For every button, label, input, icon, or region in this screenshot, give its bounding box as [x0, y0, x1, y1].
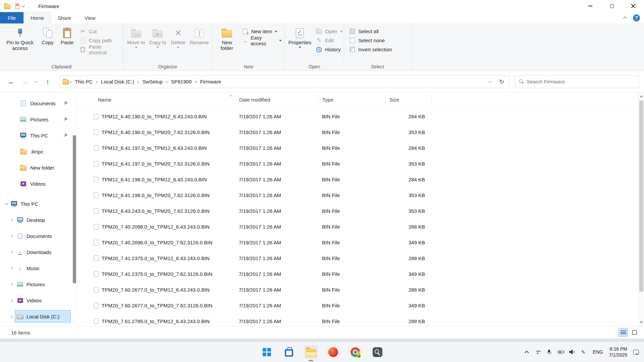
tab-share[interactable]: Share [51, 12, 78, 23]
copy[interactable]: Copy [38, 25, 57, 63]
browser-button[interactable] [326, 345, 340, 359]
clock[interactable]: 6:16 PM 7/1/2025 [608, 346, 629, 358]
firmware[interactable]: Firmware [197, 76, 224, 88]
pin-to-quick-access[interactable]: Pin to Quick access [2, 25, 38, 63]
refresh-button[interactable] [496, 76, 507, 87]
copy-to[interactable]: Copy to [147, 25, 168, 63]
easy-access[interactable]: Easy access [240, 36, 284, 45]
column-name[interactable]: Name [77, 95, 235, 105]
notifications-button[interactable] [631, 347, 641, 357]
file-row[interactable]: TPM12_6.40.190.0_to_TPM20_7.62.3126.0.BI… [77, 124, 638, 140]
file-row[interactable]: TPM20_7.61.2785.0_to_TPM12_6.43.243.0.BI… [77, 313, 638, 326]
pictures[interactable]: Pictures [0, 276, 77, 292]
large-icons-view-button[interactable] [630, 328, 639, 337]
network-button[interactable] [533, 347, 542, 357]
delete[interactable]: Delete [168, 25, 188, 63]
battery-button[interactable] [556, 347, 565, 357]
documents[interactable]: Documents [0, 95, 77, 111]
file-row[interactable]: TPM20_7.60.2677.0_to_TPM12_6.43.243.0.BI… [77, 282, 638, 298]
close-button[interactable] [623, 0, 644, 12]
swsetup[interactable]: SwSetup [140, 76, 166, 88]
music[interactable]: Music [0, 260, 77, 276]
file-row[interactable]: TPM20_7.40.2098.0_to_TPM12_6.43.243.0.BI… [77, 219, 638, 235]
file-type-cell: BIN File [318, 177, 385, 182]
new-folder[interactable]: New folder [0, 160, 77, 176]
new-folder[interactable]: New folder [215, 25, 239, 63]
password-tool-button[interactable] [371, 345, 384, 359]
file-explorer-button[interactable] [304, 345, 318, 359]
microphone-button[interactable] [544, 347, 554, 357]
pictures[interactable]: Pictures [0, 111, 77, 127]
rename[interactable]: Rename [188, 25, 211, 63]
scroll-up-icon[interactable] [640, 95, 643, 97]
volume-button[interactable] [567, 347, 577, 357]
videos[interactable]: Videos [0, 176, 77, 192]
scroll-down-icon[interactable] [640, 321, 643, 323]
file-size-cell: 288 KB [385, 287, 431, 293]
file-row[interactable]: TPM20_7.41.2375.0_to_TPM20_7.62.3126.0.B… [77, 266, 638, 282]
maximize-button[interactable] [601, 0, 623, 12]
file-row[interactable]: TPM20_7.40.2098.0_to_TPM20_7.62.3126.0.B… [77, 235, 638, 250]
address-bar[interactable]: › This PC › Local Disk (C:) › SwSetup › … [59, 75, 509, 88]
tab-file[interactable]: File [0, 12, 23, 23]
help-button[interactable] [633, 14, 640, 21]
local-disk-c[interactable]: Local Disk (C:) [0, 308, 77, 324]
column-date-modified[interactable]: Date modified [235, 95, 318, 105]
start-button[interactable] [260, 345, 273, 359]
hidden-icons-button[interactable] [522, 347, 531, 357]
file-row[interactable]: TPM20_7.41.2375.0_to_TPM12_6.43.243.0.BI… [77, 250, 638, 266]
chrome-button[interactable] [348, 345, 362, 359]
scrollbar-thumb[interactable] [639, 101, 643, 292]
this-pc[interactable]: This PC [72, 76, 96, 88]
store-button[interactable] [282, 345, 296, 359]
open[interactable]: Open [314, 27, 345, 36]
search-input[interactable] [527, 79, 635, 84]
this-pc-node[interactable]: This PC [0, 196, 77, 212]
local-disk-c[interactable]: Local Disk (C:) [98, 76, 137, 88]
cut[interactable]: Cut [77, 27, 99, 36]
wifi-icon [535, 350, 541, 354]
properties[interactable]: Properties [287, 25, 313, 63]
file-row[interactable]: TPM12_6.43.243.0_to_TPM20_7.62.3126.0.BI… [77, 203, 638, 219]
tab-view[interactable]: View [78, 12, 102, 23]
chevron-down-icon[interactable] [22, 4, 25, 7]
file-row[interactable]: TPM12_6.41.197.0_to_TPM20_7.62.3126.0.BI… [77, 156, 638, 172]
select-all[interactable]: Select all [347, 27, 381, 36]
forward-button[interactable] [18, 75, 32, 88]
limpc[interactable]: .limpc [0, 143, 77, 160]
file-row[interactable]: TPM12_6.40.190.0_to_TPM12_6.43.243.0.BIN… [77, 109, 638, 124]
column-size[interactable]: Size [385, 95, 431, 105]
desktop[interactable]: Desktop [0, 212, 77, 228]
file-row[interactable]: TPM12_6.41.198.0_to_TPM12_6.43.243.0.BIN… [77, 172, 638, 187]
documents[interactable]: Documents [0, 228, 77, 244]
select-none[interactable]: Select none [347, 36, 387, 45]
paste[interactable]: Paste [57, 25, 77, 63]
file-row[interactable]: TPM12_6.41.198.0_to_TPM20_7.62.3126.0.BI… [77, 187, 638, 203]
videos[interactable]: Videos [0, 292, 77, 308]
history[interactable]: History [314, 45, 343, 54]
recent-locations-button[interactable] [32, 75, 41, 88]
file-row[interactable]: TPM20_7.60.2677.0_to_TPM20_7.62.3126.0.B… [77, 298, 638, 313]
scrollbar[interactable] [638, 93, 644, 326]
details-view-button[interactable] [619, 328, 628, 337]
qat-icon[interactable] [15, 3, 19, 9]
edit[interactable]: Edit [314, 36, 336, 45]
file-type-cell: BIN File [318, 240, 385, 245]
back-button[interactable] [5, 75, 18, 88]
language-button[interactable]: ENG [591, 349, 605, 355]
pen-button[interactable] [579, 347, 588, 357]
this-pc[interactable]: This PC [0, 127, 77, 143]
move-to[interactable]: Move to [125, 25, 147, 63]
collapse-ribbon-button[interactable] [624, 15, 626, 21]
downloads[interactable]: Downloads [0, 244, 77, 260]
tab-home[interactable]: Home [23, 12, 51, 23]
address-dropdown-button[interactable] [484, 76, 495, 87]
minimize-button[interactable] [580, 0, 601, 12]
column-type[interactable]: Type [318, 95, 385, 105]
file-row[interactable]: TPM12_6.41.197.0_to_TPM12_6.43.243.0.BIN… [77, 140, 638, 156]
paste-shortcut[interactable]: Paste shortcut [77, 45, 122, 54]
sp81900[interactable]: SP81900 [168, 76, 195, 88]
invert-selection[interactable]: Invert selection [347, 45, 394, 54]
sidebar-scrollbar-thumb[interactable] [73, 135, 76, 283]
up-button[interactable] [41, 75, 54, 88]
